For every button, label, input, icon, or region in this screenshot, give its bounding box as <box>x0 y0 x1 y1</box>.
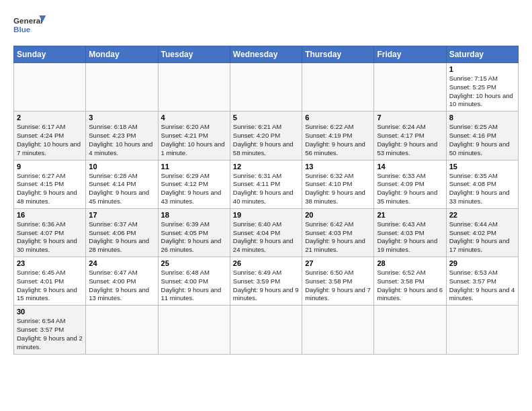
calendar-cell: 23Sunrise: 6:45 AM Sunset: 4:01 PM Dayli… <box>14 257 86 306</box>
day-number: 22 <box>449 211 515 219</box>
calendar-cell: 9Sunrise: 6:27 AM Sunset: 4:15 PM Daylig… <box>14 160 86 208</box>
calendar-cell: 4Sunrise: 6:20 AM Sunset: 4:21 PM Daylig… <box>158 111 230 160</box>
calendar-cell: 14Sunrise: 6:33 AM Sunset: 4:09 PM Dayli… <box>374 160 446 208</box>
day-number: 25 <box>161 259 227 267</box>
calendar-cell: 28Sunrise: 6:52 AM Sunset: 3:58 PM Dayli… <box>374 257 446 306</box>
day-header-thursday: Thursday <box>302 46 374 63</box>
day-number: 13 <box>305 163 371 171</box>
day-info: Sunrise: 6:49 AM Sunset: 3:59 PM Dayligh… <box>233 269 299 303</box>
calendar-cell <box>86 63 158 111</box>
day-number: 4 <box>161 113 227 122</box>
day-info: Sunrise: 6:22 AM Sunset: 4:19 PM Dayligh… <box>305 123 371 157</box>
day-info: Sunrise: 6:18 AM Sunset: 4:23 PM Dayligh… <box>89 123 154 157</box>
day-header-wednesday: Wednesday <box>230 46 302 63</box>
day-info: Sunrise: 6:52 AM Sunset: 3:58 PM Dayligh… <box>377 269 443 303</box>
calendar-cell <box>158 306 230 354</box>
day-info: Sunrise: 6:35 AM Sunset: 4:08 PM Dayligh… <box>449 172 515 206</box>
day-info: Sunrise: 6:53 AM Sunset: 3:57 PM Dayligh… <box>449 269 515 303</box>
calendar-cell <box>86 306 158 354</box>
day-info: Sunrise: 6:32 AM Sunset: 4:10 PM Dayligh… <box>305 172 371 206</box>
day-info: Sunrise: 6:29 AM Sunset: 4:12 PM Dayligh… <box>161 172 227 206</box>
svg-text:General: General <box>13 16 42 25</box>
day-info: Sunrise: 6:33 AM Sunset: 4:09 PM Dayligh… <box>377 172 443 206</box>
day-header-sunday: Sunday <box>14 46 86 63</box>
calendar-cell: 25Sunrise: 6:48 AM Sunset: 4:00 PM Dayli… <box>158 257 230 306</box>
day-info: Sunrise: 6:20 AM Sunset: 4:21 PM Dayligh… <box>161 123 227 157</box>
day-number: 28 <box>377 259 443 267</box>
day-number: 10 <box>89 163 154 171</box>
logo: General Blue <box>13 11 47 40</box>
day-number: 18 <box>161 211 227 219</box>
calendar-table: SundayMondayTuesdayWednesdayThursdayFrid… <box>13 46 519 355</box>
calendar-cell: 8Sunrise: 6:25 AM Sunset: 4:16 PM Daylig… <box>446 111 518 160</box>
day-number: 23 <box>17 259 83 267</box>
day-number: 20 <box>305 211 371 219</box>
day-number: 17 <box>89 211 154 219</box>
day-info: Sunrise: 7:15 AM Sunset: 5:25 PM Dayligh… <box>449 75 515 109</box>
calendar-cell: 29Sunrise: 6:53 AM Sunset: 3:57 PM Dayli… <box>446 257 518 306</box>
day-header-friday: Friday <box>374 46 446 63</box>
calendar-cell <box>230 63 302 111</box>
week-row-1: 1Sunrise: 7:15 AM Sunset: 5:25 PM Daylig… <box>14 63 519 111</box>
day-info: Sunrise: 6:37 AM Sunset: 4:06 PM Dayligh… <box>89 220 154 255</box>
day-info: Sunrise: 6:50 AM Sunset: 3:58 PM Dayligh… <box>305 269 371 303</box>
calendar-cell: 21Sunrise: 6:43 AM Sunset: 4:03 PM Dayli… <box>374 208 446 257</box>
calendar-cell: 10Sunrise: 6:28 AM Sunset: 4:14 PM Dayli… <box>86 160 158 208</box>
calendar-cell: 18Sunrise: 6:39 AM Sunset: 4:05 PM Dayli… <box>158 208 230 257</box>
day-number: 27 <box>305 259 371 267</box>
day-info: Sunrise: 6:42 AM Sunset: 4:03 PM Dayligh… <box>305 220 371 255</box>
day-header-row: SundayMondayTuesdayWednesdayThursdayFrid… <box>14 46 519 63</box>
day-header-monday: Monday <box>86 46 158 63</box>
header: General Blue <box>13 11 519 40</box>
calendar-cell <box>302 306 374 354</box>
calendar-cell <box>14 63 86 111</box>
day-number: 9 <box>17 163 83 171</box>
day-number: 14 <box>377 163 443 171</box>
calendar-cell: 7Sunrise: 6:24 AM Sunset: 4:17 PM Daylig… <box>374 111 446 160</box>
day-number: 12 <box>233 163 299 171</box>
week-row-5: 23Sunrise: 6:45 AM Sunset: 4:01 PM Dayli… <box>14 257 519 306</box>
week-row-2: 2Sunrise: 6:17 AM Sunset: 4:24 PM Daylig… <box>14 111 519 160</box>
day-number: 5 <box>233 113 299 122</box>
day-number: 30 <box>17 308 83 316</box>
calendar-cell: 20Sunrise: 6:42 AM Sunset: 4:03 PM Dayli… <box>302 208 374 257</box>
day-info: Sunrise: 6:17 AM Sunset: 4:24 PM Dayligh… <box>17 123 83 157</box>
calendar-cell: 3Sunrise: 6:18 AM Sunset: 4:23 PM Daylig… <box>86 111 158 160</box>
calendar-cell <box>230 306 302 354</box>
calendar-cell <box>302 63 374 111</box>
page: General Blue SundayMondayTuesdayWednesda… <box>0 0 532 361</box>
day-number: 21 <box>377 211 443 219</box>
calendar-cell: 19Sunrise: 6:40 AM Sunset: 4:04 PM Dayli… <box>230 208 302 257</box>
day-header-tuesday: Tuesday <box>158 46 230 63</box>
day-info: Sunrise: 6:54 AM Sunset: 3:57 PM Dayligh… <box>17 317 83 351</box>
calendar-cell: 5Sunrise: 6:21 AM Sunset: 4:20 PM Daylig… <box>230 111 302 160</box>
day-number: 19 <box>233 211 299 219</box>
calendar-cell: 13Sunrise: 6:32 AM Sunset: 4:10 PM Dayli… <box>302 160 374 208</box>
day-info: Sunrise: 6:45 AM Sunset: 4:01 PM Dayligh… <box>17 269 83 303</box>
calendar-cell: 22Sunrise: 6:44 AM Sunset: 4:02 PM Dayli… <box>446 208 518 257</box>
calendar-cell <box>446 306 518 354</box>
day-info: Sunrise: 6:31 AM Sunset: 4:11 PM Dayligh… <box>233 172 299 206</box>
calendar-cell: 15Sunrise: 6:35 AM Sunset: 4:08 PM Dayli… <box>446 160 518 208</box>
day-header-saturday: Saturday <box>446 46 518 63</box>
day-number: 11 <box>161 163 227 171</box>
day-info: Sunrise: 6:40 AM Sunset: 4:04 PM Dayligh… <box>233 220 299 255</box>
day-info: Sunrise: 6:48 AM Sunset: 4:00 PM Dayligh… <box>161 269 227 303</box>
day-number: 16 <box>17 211 83 219</box>
day-info: Sunrise: 6:43 AM Sunset: 4:03 PM Dayligh… <box>377 220 443 255</box>
day-number: 26 <box>233 259 299 267</box>
day-number: 15 <box>449 163 515 171</box>
day-info: Sunrise: 6:44 AM Sunset: 4:02 PM Dayligh… <box>449 220 515 255</box>
day-info: Sunrise: 6:47 AM Sunset: 4:00 PM Dayligh… <box>89 269 154 303</box>
week-row-3: 9Sunrise: 6:27 AM Sunset: 4:15 PM Daylig… <box>14 160 519 208</box>
calendar-cell: 6Sunrise: 6:22 AM Sunset: 4:19 PM Daylig… <box>302 111 374 160</box>
day-info: Sunrise: 6:27 AM Sunset: 4:15 PM Dayligh… <box>17 172 83 206</box>
day-number: 8 <box>449 113 515 122</box>
svg-text:Blue: Blue <box>13 25 31 34</box>
day-number: 7 <box>377 113 443 122</box>
calendar-cell: 27Sunrise: 6:50 AM Sunset: 3:58 PM Dayli… <box>302 257 374 306</box>
calendar-cell: 16Sunrise: 6:36 AM Sunset: 4:07 PM Dayli… <box>14 208 86 257</box>
calendar-cell: 1Sunrise: 7:15 AM Sunset: 5:25 PM Daylig… <box>446 63 518 111</box>
calendar-cell: 17Sunrise: 6:37 AM Sunset: 4:06 PM Dayli… <box>86 208 158 257</box>
week-row-4: 16Sunrise: 6:36 AM Sunset: 4:07 PM Dayli… <box>14 208 519 257</box>
